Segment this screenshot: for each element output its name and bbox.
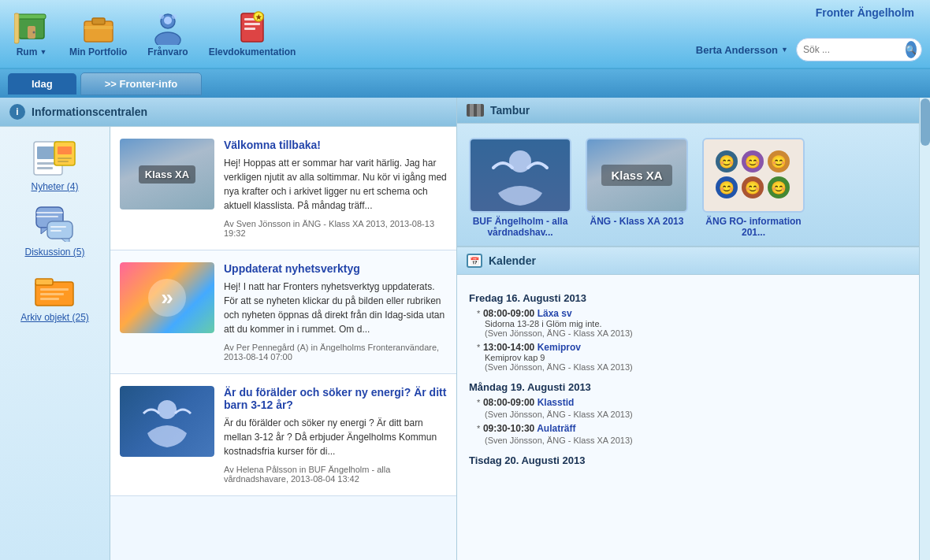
svg-point-12 [172,14,177,19]
nav-elevdok-label[interactable]: Elevdokumentation [209,46,296,57]
franvaro-icon [151,10,185,45]
nav-items: Rum ▼ Min Portfolio [8,6,696,61]
svg-rect-22 [37,167,53,169]
tambur-icon [467,104,484,117]
svg-rect-24 [58,146,72,154]
news-item: Klass XA Välkomna tillbaka! Hej! Hoppas … [110,127,456,250]
tab-idag[interactable]: Idag [8,73,76,95]
cal-time: 09:30-10:30 [483,423,537,434]
calendar-title: Kalender [489,254,536,267]
news-title-2[interactable]: Uppdaterat nyhetsverktyg [224,262,447,275]
search-input[interactable] [803,44,906,55]
informationscentralen-title: Informationscentralen [32,106,147,118]
news-thumb-3 [120,386,214,457]
calendar-body: Fredag 16. Augusti 2013 * 08:00-09:00 Lä… [457,275,930,477]
scrollbar-track[interactable] [919,98,930,560]
nav-item-portfolio[interactable]: Min Portfolio [63,6,133,61]
rum-icon [14,10,49,45]
tambur-grid: BUF Ängelholm - alla vårdnadshav... Klas… [465,138,922,238]
cal-time: 08:00-09:00 [483,308,538,319]
search-button[interactable]: 🔍 [906,41,917,58]
asterisk: * [477,398,480,407]
news-title-3[interactable]: Är du förälder och söker ny energi? Är d… [224,386,447,411]
cal-event-title[interactable]: Kemiprov [538,342,581,353]
cal-event: * 09:30-10:30 Aulaträff (Sven Jönsson, Ä… [477,422,918,445]
tambur-label-klass: ÄNG - Klass XA 2013 [590,216,684,227]
svg-point-10 [164,17,172,24]
nav-franvaro-label[interactable]: Frånvaro [147,46,188,57]
diskussion-label[interactable]: Diskussion (5) [24,247,84,258]
nyheter-icon [32,139,79,178]
svg-rect-1 [17,14,46,19]
cal-event-title[interactable]: Klasstid [538,397,575,408]
cal-event: * 13:00-14:00 Kemiprov Kemiprov kap 9 (S… [477,341,918,372]
calendar-section: Fredag 16. Augusti 2013 * 08:00-09:00 Lä… [457,275,930,560]
sidebar-item-arkiv[interactable]: Arkiv objekt (25) [20,269,89,323]
news-title-1[interactable]: Välkomna tillbaka! [224,139,447,151]
arkiv-label[interactable]: Arkiv objekt (25) [20,312,89,323]
news-thumb-2: » [120,262,214,333]
svg-rect-38 [40,293,64,295]
header-right: Fronter Ängelholm Berta Andersson ▼ 🔍 [696,22,922,61]
cal-event-meta: (Sven Jönsson, ÄNG - Klass XA 2013) [485,362,918,372]
tambur-section: BUF Ängelholm - alla vårdnadshav... Klas… [457,124,930,247]
svg-rect-37 [40,288,69,291]
svg-point-40 [158,400,177,419]
svg-rect-6 [92,18,105,24]
cal-day-header-2: Måndag 19. Augusti 2013 [469,381,918,393]
informationscentralen-header: i Informationscentralen [0,98,456,127]
left-inner: Nyheter (4) [0,127,456,560]
news-thumb-1: Klass XA [120,139,214,210]
scrollbar-thumb[interactable] [921,98,930,146]
cal-event-detail: Sidorna 13-28 i Glöm mig inte. [485,319,918,328]
nav-item-franvaro[interactable]: Frånvaro [141,6,194,61]
svg-rect-39 [40,298,59,300]
nav-item-elevdokumentation[interactable]: ★ Elevdokumentation [203,6,303,61]
nav-item-rum[interactable]: Rum ▼ [8,6,55,61]
nyheter-label[interactable]: Nyheter (4) [31,181,78,192]
right-panel: Tambur BUF Ängelholm - alla vårdnadshav.… [457,98,930,560]
news-item: Är du förälder och söker ny energi? Är d… [110,374,456,496]
svg-rect-26 [58,161,69,162]
tambur-card-ro[interactable]: 😊 😊 😊 😊 😊 😊 ÄNG RO- information 201... [698,138,809,238]
svg-rect-33 [50,226,66,228]
cal-event-title[interactable]: Aulaträff [537,423,575,434]
portfolio-icon [81,10,116,45]
news-meta-3: Av Helena Pålsson in BUF Ängelholm - all… [224,465,447,484]
tambur-label-ro: ÄNG RO- information 201... [698,216,809,238]
svg-rect-7 [84,26,113,29]
svg-rect-4 [14,13,19,43]
asterisk: * [477,424,480,433]
cal-event-detail: Kemiprov kap 9 [485,353,918,362]
user-menu[interactable]: Berta Andersson ▼ [696,44,788,56]
svg-rect-34 [50,230,61,232]
cal-event-title[interactable]: Läxa sv [538,308,572,319]
tambur-card-klass[interactable]: Klass XA ÄNG - Klass XA 2013 [582,138,692,238]
news-meta-1: Av Sven Jönsson in ÄNG - Klass XA 2013, … [224,219,447,238]
news-content-2: Uppdaterat nyhetsverktyg Hej! I natt har… [224,262,447,362]
svg-point-3 [33,32,35,34]
nav-portfolio-label[interactable]: Min Portfolio [69,46,127,57]
sidebar-item-diskussion[interactable]: Diskussion (5) [24,204,84,258]
news-body-3: Är du förälder och söker ny energi ? Är … [224,416,447,458]
news-body-1: Hej! Hoppas att er sommar har varit härl… [224,156,447,213]
svg-text:★: ★ [255,13,262,21]
sidebar-icons: Nyheter (4) [0,127,110,560]
nav-rum-label[interactable]: Rum ▼ [17,46,47,57]
search-box: 🔍 [796,38,922,61]
svg-rect-36 [35,279,53,285]
cal-time: 08:00-09:00 [483,397,538,408]
tambur-header: Tambur [457,98,930,124]
cal-event-meta: (Sven Jönsson, ÄNG - Klass XA 2013) [485,436,918,445]
tab-fronter-info[interactable]: >> Fronter-info [80,72,202,95]
sidebar-item-nyheter[interactable]: Nyheter (4) [31,139,78,192]
svg-rect-16 [244,28,255,30]
asterisk: * [477,309,480,318]
tambur-card-buf[interactable]: BUF Ängelholm - alla vårdnadshav... [465,138,575,238]
app-title: Fronter Ängelholm [816,6,914,19]
svg-rect-29 [36,212,63,213]
info-icon: i [9,104,25,120]
news-body-2: Hej! I natt har Fronters nyhetsverktyg u… [224,280,447,336]
svg-rect-25 [58,158,72,159]
cal-time: 13:00-14:00 [483,342,538,353]
